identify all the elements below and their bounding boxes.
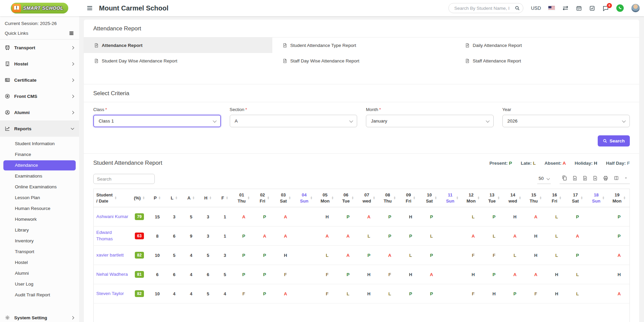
print-icon[interactable] — [603, 176, 609, 181]
sidebar-item-alumni[interactable]: Alumni — [0, 104, 79, 120]
sidebar-item-reports[interactable]: Reports — [0, 120, 79, 137]
col-header-day-11[interactable]: 11Sun▲▼ — [442, 189, 463, 207]
task-check-icon[interactable] — [589, 5, 595, 11]
sidebar-item-system-setting[interactable]: System Setting — [0, 310, 79, 322]
col-header-day-15[interactable]: 15Thu▲▼ — [525, 189, 546, 207]
sort-icon[interactable]: ▲▼ — [456, 196, 459, 199]
excel-icon[interactable] — [572, 176, 577, 181]
sidebar-item-transport[interactable]: Transport — [0, 39, 79, 56]
col-header-day-17[interactable]: 17Sat▲▼ — [567, 189, 588, 207]
sort-icon[interactable]: ▲▼ — [192, 196, 195, 199]
col-header-day-05[interactable]: 05Mon▲▼ — [317, 189, 338, 207]
student-name-link[interactable]: xavier bartlett — [94, 252, 129, 259]
col-header-student-date[interactable]: Student/ Date▲▼ — [94, 189, 130, 207]
search-button[interactable]: Search — [598, 135, 630, 146]
sidebar-subitem-transport[interactable]: Transport — [3, 247, 76, 257]
sidebar-subitem-alumni[interactable]: Alumni — [3, 268, 76, 278]
col-header-day-07[interactable]: 07wed▲▼ — [358, 189, 379, 207]
us-flag-icon[interactable] — [548, 6, 555, 10]
sort-icon[interactable]: ▲▼ — [158, 196, 161, 199]
global-search-input[interactable] — [453, 5, 515, 11]
sort-icon[interactable]: ▲▼ — [623, 196, 626, 199]
sidebar-subitem-hostel[interactable]: Hostel — [3, 258, 76, 268]
sidebar-item-hostel[interactable]: Hostel — [0, 56, 79, 72]
col-header-day-01[interactable]: 01Thu▲▼ — [233, 189, 254, 207]
col-header-day-09[interactable]: 09Fri▲▼ — [400, 189, 421, 207]
sort-icon[interactable]: ▲▼ — [247, 196, 250, 199]
chat-icon[interactable]: 0 — [602, 5, 609, 11]
quick-links[interactable]: Quick Links — [0, 27, 79, 39]
report-link-student-day-wise-attendance-report[interactable]: Student Day Wise Attendance Report — [84, 53, 272, 69]
logo[interactable]: SMART SCHOOL — [0, 0, 79, 16]
col-header-day-10[interactable]: 10Sat▲▼ — [421, 189, 442, 207]
sidebar-subitem-student-information[interactable]: Student Information — [3, 139, 76, 149]
table-search-input[interactable] — [93, 174, 155, 184]
currency-label[interactable]: USD — [531, 5, 541, 11]
sort-icon[interactable]: ▲▼ — [539, 196, 542, 199]
year-select[interactable]: 2026 — [502, 115, 630, 127]
sort-icon[interactable]: ▲▼ — [289, 196, 291, 199]
caret-down-icon[interactable] — [624, 176, 628, 180]
col-header-p[interactable]: P▲▼ — [149, 189, 166, 207]
search-icon[interactable] — [515, 5, 520, 11]
class-select[interactable]: Class 1 — [93, 115, 221, 127]
sidebar-subitem-homework[interactable]: Homework — [3, 214, 76, 224]
sort-icon[interactable]: ▲▼ — [331, 196, 333, 199]
col-header-day-03[interactable]: 03Sat▲▼ — [275, 189, 296, 207]
col-header-day-12[interactable]: 12Mon▲▼ — [463, 189, 484, 207]
col-header-h[interactable]: H▲▼ — [200, 189, 217, 207]
student-name-link[interactable]: Nehal Wadhera — [94, 271, 129, 278]
col-header-l[interactable]: L▲▼ — [166, 189, 183, 207]
sidebar-subitem-attendance[interactable]: Attendance — [3, 160, 76, 170]
sort-icon[interactable]: ▲▼ — [373, 196, 375, 199]
sidebar-item-certificate[interactable]: Certificate — [0, 72, 79, 88]
col-header-day-18[interactable]: 18Sun▲▼ — [588, 189, 609, 207]
report-link-student-attendance-type-report[interactable]: Student Attendance Type Report — [272, 37, 455, 53]
student-name-link[interactable]: Steven Taylor — [94, 291, 129, 297]
sort-icon[interactable]: ▲▼ — [351, 196, 354, 199]
pdf-icon[interactable] — [593, 176, 598, 181]
columns-icon[interactable] — [614, 176, 619, 181]
sidebar-subitem-audit-trail-report[interactable]: Audit Trail Report — [3, 290, 76, 300]
student-name-link[interactable]: Ashwani Kumar — [94, 214, 129, 220]
sidebar-subitem-inventory[interactable]: Inventory — [3, 236, 76, 246]
calendar-icon[interactable] — [576, 5, 582, 11]
col-header-day-04[interactable]: 04Sun▲▼ — [296, 189, 317, 207]
sidebar-subitem-lesson-plan[interactable]: Lesson Plan — [3, 193, 76, 203]
sort-icon[interactable]: ▲▼ — [142, 196, 145, 199]
report-link-daily-attendance-report[interactable]: Daily Attendance Report — [455, 37, 639, 53]
sidebar-subitem-human-resource[interactable]: Human Resource — [3, 204, 76, 214]
sort-icon[interactable]: ▲▼ — [602, 196, 604, 199]
col-header-day-08[interactable]: 08Thu▲▼ — [379, 189, 400, 207]
sort-icon[interactable]: ▲▼ — [175, 196, 177, 199]
sidebar-subitem-user-log[interactable]: User Log — [3, 279, 76, 289]
sort-icon[interactable]: ▲▼ — [580, 196, 583, 199]
col-header-day-06[interactable]: 06Tue▲▼ — [338, 189, 358, 207]
report-link-attendance-report[interactable]: Attendance Report — [84, 37, 272, 53]
sort-icon[interactable]: ▲▼ — [226, 196, 228, 199]
sidebar-subitem-finance[interactable]: Finance — [3, 150, 76, 160]
sort-icon[interactable]: ▲▼ — [310, 196, 313, 199]
col-header-day-02[interactable]: 02Fri▲▼ — [254, 189, 275, 207]
month-select[interactable]: January — [366, 115, 494, 127]
sidebar-subitem-library[interactable]: Library — [3, 225, 76, 235]
col-header-day-14[interactable]: 14wed▲▼ — [504, 189, 525, 207]
sidebar-subitem-online-examinations[interactable]: Online Examinations — [3, 182, 76, 192]
col-header-day-16[interactable]: 16Fri▲▼ — [546, 189, 567, 207]
report-link-staff-day-wise-attendance-report[interactable]: Staff Day Wise Attendance Report — [272, 53, 455, 69]
hamburger-menu-icon[interactable] — [87, 6, 92, 10]
sort-icon[interactable]: ▲▼ — [435, 196, 437, 199]
sort-icon[interactable]: ▲▼ — [477, 196, 480, 199]
user-avatar[interactable] — [631, 4, 640, 12]
page-size-select[interactable]: 50 — [537, 176, 551, 184]
sort-icon[interactable]: ▲▼ — [393, 196, 396, 199]
col-header-day-19[interactable]: 19Mon▲▼ — [609, 189, 630, 207]
sidebar-item-front-cms[interactable]: Front CMS — [0, 88, 79, 104]
col-header-a[interactable]: A▲▼ — [183, 189, 200, 207]
report-link-staff-attendance-report[interactable]: Staff Attendance Report — [455, 53, 639, 69]
sort-icon[interactable]: ▲▼ — [413, 196, 415, 199]
file-text-icon[interactable] — [583, 176, 588, 181]
col-header-f[interactable]: F▲▼ — [217, 189, 233, 207]
sidebar-subitem-examinations[interactable]: Examinations — [3, 171, 76, 181]
exchange-icon[interactable] — [562, 5, 569, 11]
